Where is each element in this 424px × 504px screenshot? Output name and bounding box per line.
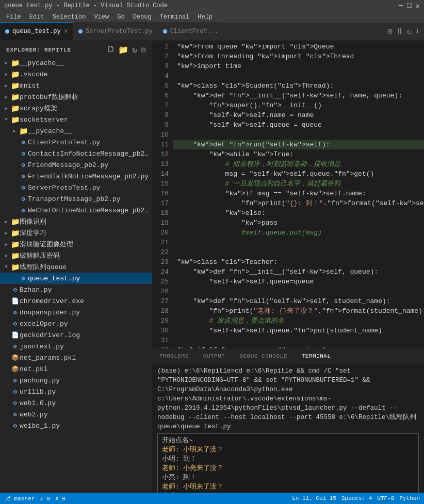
refresh-icon[interactable]: ↻ (132, 45, 137, 55)
line-number: 16 (152, 189, 169, 198)
pause-icon[interactable]: ⏸ (396, 27, 404, 37)
window-title: queue_test.py - Repitle - Visual Studio … (4, 2, 168, 9)
sidebar-item[interactable]: ⚙doupanspider.py (0, 307, 152, 318)
status-item[interactable]: ⎇ master (4, 495, 35, 502)
sidebar-item[interactable]: ⚙FriendMessage_pb2.py (0, 159, 152, 171)
sidebar-item[interactable]: 📄chromedriver.exe (0, 295, 152, 307)
minimize-icon[interactable]: ─ (399, 2, 403, 10)
tab-clientprot---[interactable]: ClientProt... (158, 22, 224, 40)
sidebar-item-label: TransportMessage_pb2.py (28, 195, 152, 203)
sidebar-item[interactable]: ▶📁__pycache__ (0, 57, 152, 69)
terminal-content[interactable]: (base) e:\6\Repitle>cd e:\6\Repitle && c… (152, 363, 424, 493)
tree-file-icon: 📁 (10, 240, 20, 249)
status-item[interactable]: Python (399, 495, 420, 501)
tree-file-icon: ⚙ (10, 309, 20, 316)
sidebar-item[interactable]: ▶📁mnist (0, 80, 152, 91)
sidebar-item[interactable]: ⚙ClientProtoTest.py (0, 137, 152, 148)
status-item[interactable]: ⚠ 0 (40, 495, 50, 502)
sidebar-item[interactable]: ▼📁socketserver (0, 114, 152, 125)
split-editor-icon[interactable]: ⊞ (387, 26, 393, 37)
menu-item-edit[interactable]: Edit (25, 11, 48, 23)
panel-tab-terminal[interactable]: TERMINAL (295, 349, 338, 363)
stop-icon[interactable]: ⬇ (415, 26, 420, 37)
maximize-icon[interactable]: □ (407, 2, 411, 10)
sidebar-item[interactable]: ▶📁.vscode (0, 69, 152, 80)
sidebar-item[interactable]: ⚙ServerProtoTest.py (0, 182, 152, 193)
window-controls: ─ □ ✕ (399, 2, 420, 10)
sidebar-item[interactable]: ⚙queue_test.py (0, 273, 152, 284)
terminal-output-line: 老师: 小亮来了没？ (162, 464, 414, 473)
new-file-icon[interactable]: 🗋 (107, 45, 116, 55)
sidebar-item[interactable]: ⚙pachong.py (0, 375, 152, 386)
status-item[interactable]: Ln 11, Col 15 (292, 495, 336, 501)
new-folder-icon[interactable]: 📁 (118, 45, 129, 55)
code-line (173, 287, 424, 296)
sidebar-item[interactable]: ⚙web1.0.py (0, 397, 152, 409)
sidebar-item[interactable]: ⚙jsontext.py (0, 341, 152, 352)
sidebar-item[interactable]: ▶📁__pycache__ (0, 125, 152, 137)
menu-item-terminal[interactable]: Terminal (156, 11, 194, 23)
tree-file-icon: 📁 (10, 229, 20, 238)
menu-item-go[interactable]: Go (113, 11, 128, 23)
code-line: "kw">if msg == "self-kw">self.name: (173, 189, 424, 198)
sidebar-item[interactable]: ▶📁图像识别 (0, 216, 152, 227)
code-line: msg = "self-kw">self.queue."fn">get() (173, 169, 424, 179)
tree-file-icon: ⚙ (19, 139, 28, 146)
code-line: "self-kw">self.queue."fn">put(student_na… (173, 326, 424, 335)
sidebar-item[interactable]: ▶📁破解解压密码 (0, 250, 152, 261)
tab-close-icon[interactable]: × (64, 27, 68, 36)
code-content[interactable]: "kw">from queue "kw">import "cls">Queue"… (173, 41, 424, 348)
sidebar-item[interactable]: ⚙FriendTalkNoticeMessage_pb2.py (0, 171, 152, 182)
sidebar-item[interactable]: ⚙ContactsInfoNoticeMessage_pb2.py (0, 148, 152, 159)
sidebar-item[interactable]: ⚙Bzhan.py (0, 284, 152, 295)
menu-item-help[interactable]: Help (193, 11, 217, 23)
tab-queue_test-py[interactable]: queue_test.py× (0, 22, 73, 40)
sidebar-item[interactable]: ⚙weibo_1.py (0, 420, 152, 431)
sidebar-item[interactable]: ⚙web2.py (0, 409, 152, 420)
status-item[interactable]: ✗ 0 (55, 495, 66, 502)
code-area: 1234567891011121314151617181920212223242… (152, 41, 424, 348)
status-item[interactable]: Spaces: 4 (341, 495, 372, 501)
tree-file-icon: ⚙ (19, 207, 28, 214)
sidebar-item[interactable]: ⚙TransportMessage_pb2.py (0, 193, 152, 205)
tree-file-icon: 📄 (10, 297, 20, 305)
tree-file-icon: ⚙ (10, 343, 20, 350)
menu-item-file[interactable]: File (2, 11, 25, 23)
code-line: "fn">print("{}: 到！"."fn">format("self-kw… (173, 198, 424, 208)
sidebar-item[interactable]: ▼📁线程队列queue (0, 261, 152, 273)
line-number: 18 (152, 208, 169, 218)
sidebar-item[interactable]: ▶📁深度学习 (0, 227, 152, 239)
panel-tab-output[interactable]: OUTPUT (196, 349, 233, 363)
sidebar-item-label: socketserver (20, 116, 152, 124)
panel-tab-problems[interactable]: PROBLEMS (152, 349, 196, 363)
collapse-icon[interactable]: ⊟ (141, 45, 146, 55)
sidebar-item[interactable]: ⚙WeChatOnlineNoticeMessage_pb2.py (0, 205, 152, 216)
menu-item-debug[interactable]: Debug (129, 11, 156, 23)
restart-icon[interactable]: ↻ (407, 26, 412, 37)
close-icon[interactable]: ✕ (416, 2, 420, 10)
menu-item-view[interactable]: View (90, 11, 113, 23)
sidebar-item[interactable]: 📦net_params.pkl (0, 352, 152, 363)
status-item[interactable]: UTF-8 (377, 495, 394, 501)
line-number: 2 (152, 52, 169, 61)
sidebar-item[interactable]: 📄geckodriver.log (0, 329, 152, 341)
tree-arrow-icon: ▼ (2, 117, 10, 122)
sidebar-item-label: 线程队列queue (20, 262, 152, 272)
menu-item-selection[interactable]: Selection (48, 11, 90, 23)
line-number: 8 (152, 110, 169, 120)
panel-area: PROBLEMSOUTPUTDEBUG CONSOLETERMINAL (bas… (152, 348, 424, 493)
sidebar-item[interactable]: ▶📁滑块验证图像处理 (0, 239, 152, 250)
tab-serverprototest-py[interactable]: ServerProtoTest.py (73, 22, 158, 40)
line-number: 14 (152, 169, 169, 179)
sidebar-item[interactable]: ▶📁protobuf数据解析 (0, 91, 152, 103)
code-line (173, 238, 424, 247)
status-bar: ⎇ master⚠ 0✗ 0Ln 11, Col 15Spaces: 4UTF-… (0, 493, 424, 504)
sidebar-item-label: excelOper.py (20, 320, 152, 328)
sidebar-item[interactable]: ⚙urllib.py (0, 386, 152, 397)
sidebar-item[interactable]: 📦net.pkl (0, 363, 152, 375)
panel-tab-debug-console[interactable]: DEBUG CONSOLE (232, 349, 294, 363)
sidebar-item[interactable]: ⚙excelOper.py (0, 318, 152, 329)
sidebar-item[interactable]: ▶📁scrapy框架 (0, 103, 152, 114)
code-line: "self-kw">self.name = name (173, 110, 424, 120)
sidebar-item-label: Bzhan.py (20, 286, 152, 294)
